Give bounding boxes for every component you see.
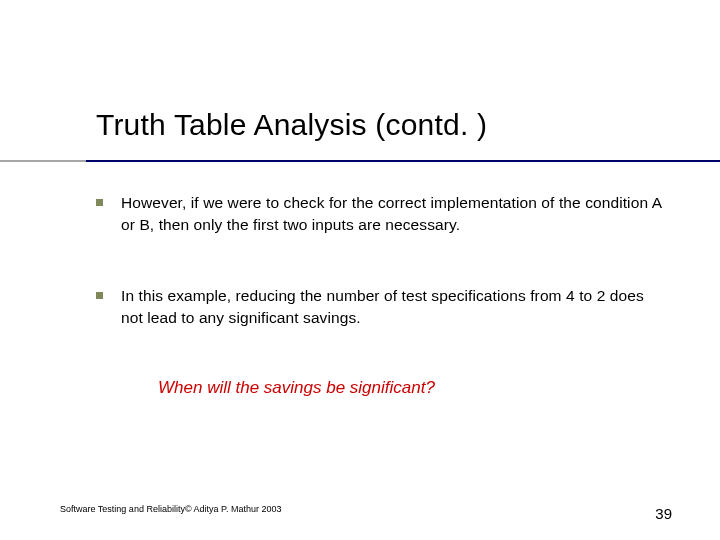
list-item: In this example, reducing the number of …: [96, 285, 670, 330]
callout-question: When will the savings be significant?: [158, 378, 670, 398]
bullet-text: However, if we were to check for the cor…: [121, 192, 670, 237]
underline-accent-gray: [0, 160, 86, 162]
square-bullet-icon: [96, 292, 103, 299]
footer-credit: Software Testing and Reliability© Aditya…: [60, 504, 281, 514]
content-area: However, if we were to check for the cor…: [96, 192, 670, 398]
underline-accent-navy: [86, 160, 720, 162]
title-area: Truth Table Analysis (contd. ): [96, 108, 680, 142]
list-item: However, if we were to check for the cor…: [96, 192, 670, 237]
page-number: 39: [655, 505, 672, 522]
square-bullet-icon: [96, 199, 103, 206]
slide: Truth Table Analysis (contd. ) However, …: [0, 0, 720, 540]
bullet-text: In this example, reducing the number of …: [121, 285, 670, 330]
title-underline: [0, 160, 720, 162]
slide-title: Truth Table Analysis (contd. ): [96, 108, 680, 142]
